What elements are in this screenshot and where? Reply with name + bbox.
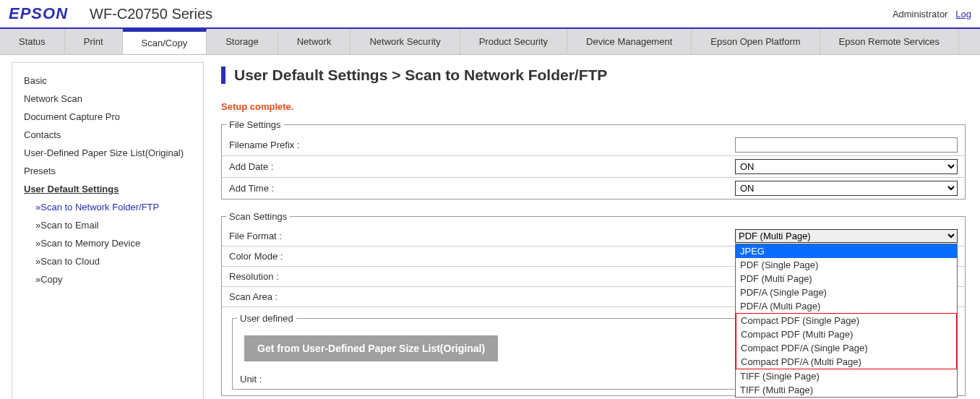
- file-format-select[interactable]: PDF (Multi Page): [735, 229, 958, 243]
- filename-prefix-input[interactable]: [735, 137, 958, 153]
- product-name: WF-C20750 Series: [90, 6, 212, 22]
- add-date-label: Add Date :: [229, 161, 735, 172]
- file-settings-group: File Settings Filename Prefix : Add Date…: [221, 119, 966, 200]
- add-date-select[interactable]: ON: [735, 159, 958, 174]
- tab-product-security[interactable]: Product Security: [460, 29, 567, 54]
- sidebar-sub--scan-to-cloud[interactable]: »Scan to Cloud: [35, 252, 192, 270]
- tab-network[interactable]: Network: [278, 29, 351, 54]
- tab-status[interactable]: Status: [0, 29, 65, 54]
- file-format-dropdown: JPEGPDF (Single Page)PDF (Multi Page)PDF…: [735, 244, 958, 398]
- sidebar-sub--scan-to-email[interactable]: »Scan to Email: [35, 216, 192, 234]
- brand-logo: EPSON: [9, 4, 90, 23]
- main-tabs: StatusPrintScan/CopyStorageNetworkNetwor…: [0, 29, 980, 55]
- status-message: Setup complete.: [221, 101, 966, 112]
- file-format-label: File Format :: [229, 231, 735, 241]
- tab-print[interactable]: Print: [65, 29, 123, 54]
- file-format-option[interactable]: Compact PDF (Multi Page): [736, 327, 956, 341]
- tab-device-management[interactable]: Device Management: [567, 29, 692, 54]
- file-format-option[interactable]: TIFF (Single Page): [736, 369, 957, 383]
- color-mode-label: Color Mode :: [229, 251, 735, 262]
- sidebar-item-user-default-settings[interactable]: User Default Settings: [24, 180, 192, 198]
- scan-settings-legend: Scan Settings: [226, 211, 290, 222]
- resolution-label: Resolution :: [229, 271, 735, 282]
- get-udps-button[interactable]: Get from User-Defined Paper Size List(Or…: [244, 335, 498, 361]
- file-format-option[interactable]: Compact PDF/A (Multi Page): [736, 355, 956, 369]
- sidebar-item-user-defined-paper-size-list-original-[interactable]: User-Defined Paper Size List(Original): [24, 144, 192, 162]
- scan-area-label: Scan Area :: [229, 291, 735, 302]
- tab-epson-open-platform[interactable]: Epson Open Platform: [692, 29, 820, 54]
- sidebar-item-network-scan[interactable]: Network Scan: [24, 90, 192, 108]
- filename-prefix-label: Filename Prefix :: [229, 140, 735, 150]
- file-format-option[interactable]: TIFF (Multi Page): [736, 383, 957, 397]
- sidebar-item-contacts[interactable]: Contacts: [24, 126, 192, 144]
- file-format-option[interactable]: PDF/A (Multi Page): [736, 299, 957, 313]
- tab-scan-copy[interactable]: Scan/Copy: [123, 29, 207, 54]
- user-label: Administrator: [893, 9, 948, 20]
- sidebar-sub--copy[interactable]: »Copy: [35, 270, 192, 288]
- tab-epson-remote-services[interactable]: Epson Remote Services: [820, 29, 959, 54]
- file-format-option[interactable]: PDF (Multi Page): [736, 272, 957, 286]
- user-defined-legend: User defined: [237, 313, 296, 324]
- scan-settings-group: Scan Settings File Format : PDF (Multi P…: [221, 211, 966, 396]
- tab-storage[interactable]: Storage: [207, 29, 278, 54]
- file-format-option[interactable]: PDF/A (Single Page): [736, 286, 957, 299]
- file-format-option[interactable]: JPEG: [736, 244, 957, 258]
- sidebar-sub--scan-to-network-folder-ftp[interactable]: »Scan to Network Folder/FTP: [35, 198, 192, 216]
- add-time-select[interactable]: ON: [735, 181, 958, 196]
- file-format-option[interactable]: PDF (Single Page): [736, 258, 957, 272]
- file-format-option[interactable]: Compact PDF (Single Page): [736, 314, 956, 327]
- sidebar-item-presets[interactable]: Presets: [24, 162, 192, 180]
- sidebar-item-basic[interactable]: Basic: [24, 72, 192, 90]
- sidebar-sub--scan-to-memory-device[interactable]: »Scan to Memory Device: [35, 234, 192, 252]
- unit-label: Unit :: [240, 374, 746, 385]
- file-settings-legend: File Settings: [226, 119, 284, 130]
- login-link[interactable]: Log: [955, 9, 971, 20]
- sidebar: BasicNetwork ScanDocument Capture ProCon…: [12, 62, 204, 399]
- page-title: User Default Settings > Scan to Network …: [221, 66, 966, 84]
- file-format-option[interactable]: Compact PDF/A (Single Page): [736, 341, 956, 355]
- sidebar-item-document-capture-pro[interactable]: Document Capture Pro: [24, 108, 192, 126]
- tab-network-security[interactable]: Network Security: [351, 29, 460, 54]
- add-time-label: Add Time :: [229, 183, 735, 194]
